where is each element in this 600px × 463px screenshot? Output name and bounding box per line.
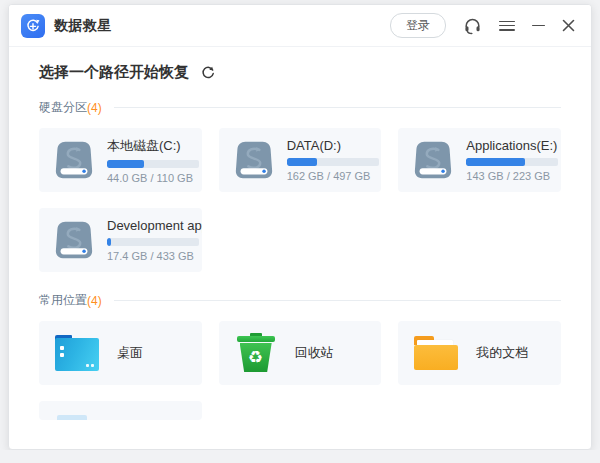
partitions-count-badge: (4) bbox=[87, 101, 102, 115]
hard-drive-icon bbox=[51, 137, 97, 183]
partition-name: 本地磁盘(C:) bbox=[107, 137, 202, 155]
refresh-icon[interactable] bbox=[201, 66, 215, 80]
partition-card-c[interactable]: 本地磁盘(C:) 44.0 GB / 110 GB bbox=[39, 128, 202, 192]
page-title: 选择一个路径开始恢复 bbox=[39, 63, 189, 82]
usage-progress-bar bbox=[466, 158, 558, 166]
section-divider bbox=[114, 300, 561, 301]
partial-location-icon bbox=[57, 415, 87, 420]
app-logo-icon bbox=[21, 14, 45, 38]
partition-size-text: 44.0 GB / 110 GB bbox=[107, 172, 202, 184]
minimize-icon[interactable] bbox=[532, 25, 545, 27]
partition-name: Applications(E:) bbox=[466, 138, 561, 153]
partition-name: DATA(D:) bbox=[287, 138, 382, 153]
desktop-icon bbox=[55, 335, 99, 371]
location-card-partial[interactable] bbox=[39, 401, 202, 420]
partitions-grid: 本地磁盘(C:) 44.0 GB / 110 GB DATA(D:) 162 G… bbox=[39, 128, 561, 272]
locations-section-label: 常用位置 bbox=[39, 292, 87, 309]
login-button[interactable]: 登录 bbox=[390, 13, 446, 38]
location-card-desktop[interactable]: 桌面 bbox=[39, 321, 202, 385]
partition-card-d[interactable]: DATA(D:) 162 GB / 497 GB bbox=[219, 128, 382, 192]
partitions-section-header: 硬盘分区(4) bbox=[39, 99, 561, 116]
app-window: 数据救星 登录 选择一个路径开始恢复 bbox=[8, 4, 592, 450]
partition-size-text: 143 GB / 223 GB bbox=[466, 170, 561, 182]
location-label: 回收站 bbox=[295, 344, 334, 362]
locations-grid: 桌面 ♻ 回收站 我的文档 bbox=[39, 321, 561, 420]
partition-info: Applications(E:) 143 GB / 223 GB bbox=[466, 138, 561, 182]
content-area: 选择一个路径开始恢复 硬盘分区(4) 本地磁盘(C:) 44.0 GB / 11… bbox=[9, 47, 591, 420]
locations-count-badge: (4) bbox=[87, 294, 102, 308]
partition-card-e[interactable]: Applications(E:) 143 GB / 223 GB bbox=[398, 128, 561, 192]
recycle-symbol: ♻ bbox=[248, 349, 263, 366]
location-card-my-documents[interactable]: 我的文档 bbox=[398, 321, 561, 385]
partition-name: Development apps(F:) bbox=[107, 218, 202, 233]
hard-drive-icon bbox=[51, 217, 97, 263]
partition-size-text: 17.4 GB / 433 GB bbox=[107, 250, 202, 262]
partition-card-f[interactable]: Development apps(F:) 17.4 GB / 433 GB bbox=[39, 208, 202, 272]
documents-folder-icon bbox=[414, 336, 458, 370]
hard-drive-icon bbox=[231, 137, 277, 183]
partition-info: Development apps(F:) 17.4 GB / 433 GB bbox=[107, 218, 202, 262]
usage-progress-bar bbox=[107, 238, 199, 246]
close-icon[interactable] bbox=[562, 19, 575, 32]
location-card-recycle-bin[interactable]: ♻ 回收站 bbox=[219, 321, 382, 385]
desktop-background-strip bbox=[0, 450, 600, 463]
partition-info: DATA(D:) 162 GB / 497 GB bbox=[287, 138, 382, 182]
partitions-section-label: 硬盘分区 bbox=[39, 99, 87, 116]
headset-support-icon[interactable] bbox=[463, 16, 482, 35]
usage-progress-bar bbox=[107, 160, 199, 168]
locations-section-header: 常用位置(4) bbox=[39, 292, 561, 309]
hard-drive-icon bbox=[410, 137, 456, 183]
partition-size-text: 162 GB / 497 GB bbox=[287, 170, 382, 182]
location-label: 我的文档 bbox=[476, 344, 528, 362]
titlebar: 数据救星 登录 bbox=[9, 5, 591, 47]
menu-lines bbox=[499, 21, 515, 31]
partition-info: 本地磁盘(C:) 44.0 GB / 110 GB bbox=[107, 137, 202, 184]
usage-progress-bar bbox=[287, 158, 379, 166]
location-label: 桌面 bbox=[117, 344, 143, 362]
menu-icon[interactable] bbox=[499, 21, 515, 31]
section-divider bbox=[114, 107, 561, 108]
recycle-bin-icon: ♻ bbox=[235, 333, 277, 373]
app-title: 数据救星 bbox=[54, 17, 112, 35]
